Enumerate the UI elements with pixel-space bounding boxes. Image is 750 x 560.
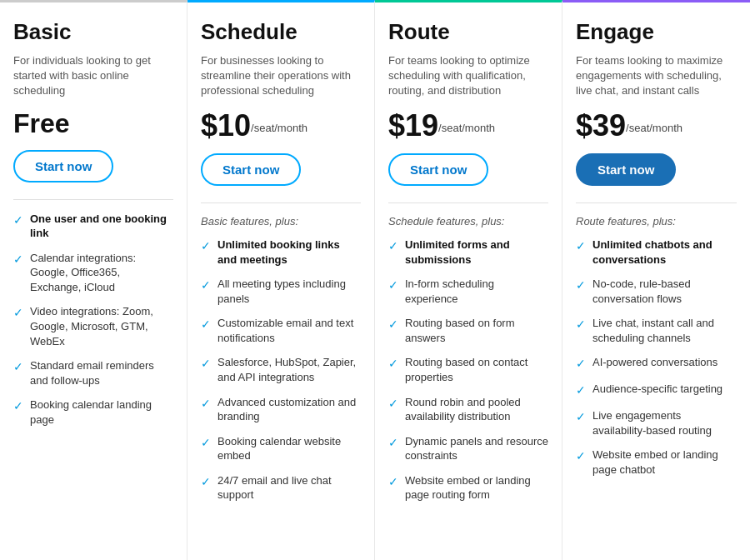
- check-icon: ✓: [388, 435, 398, 451]
- plan-price-schedule: $10/seat/month: [201, 109, 361, 142]
- feature-list-route: ✓Unlimited forms and submissions✓In-form…: [388, 238, 548, 502]
- feature-text: Standard email reminders and follow-ups: [30, 358, 173, 388]
- feature-text: Live chat, instant call and scheduling c…: [592, 316, 737, 345]
- feature-text: Unlimited forms and submissions: [405, 238, 548, 267]
- divider-basic: [13, 199, 173, 200]
- check-icon: ✓: [201, 474, 211, 490]
- feature-item: ✓Salesforce, HubSpot, Zapier, and API in…: [201, 355, 361, 384]
- divider-schedule: [201, 202, 361, 203]
- check-icon: ✓: [576, 278, 586, 293]
- feature-item: ✓Live engagements availability-based rou…: [576, 408, 737, 438]
- feature-text: Routing based on contact properties: [405, 355, 548, 384]
- feature-item: ✓No-code, rule-based conversation flows: [576, 277, 737, 306]
- check-icon: ✓: [388, 356, 398, 372]
- feature-text: In-form scheduling experience: [405, 277, 548, 306]
- features-label-route: Schedule features, plus:: [388, 215, 548, 228]
- feature-item: ✓Booking calendar landing page: [13, 398, 173, 427]
- check-icon: ✓: [388, 474, 398, 490]
- feature-item: ✓Unlimited chatbots and conversations: [576, 238, 737, 267]
- start-now-button-basic[interactable]: Start now: [13, 150, 113, 182]
- feature-text: Unlimited booking links and meetings: [218, 238, 361, 267]
- feature-text: Salesforce, HubSpot, Zapier, and API int…: [218, 355, 361, 384]
- plan-col-engage: EngageFor teams looking to maximize enga…: [562, 0, 750, 560]
- check-icon: ✓: [13, 359, 23, 375]
- feature-item: ✓Live chat, instant call and scheduling …: [576, 316, 737, 345]
- feature-item: ✓Calendar integrations: Google, Office36…: [13, 251, 173, 295]
- feature-text: Audience-specific targeting: [592, 382, 722, 397]
- check-icon: ✓: [576, 356, 586, 372]
- check-icon: ✓: [13, 212, 23, 228]
- feature-text: Dynamic panels and resource constraints: [405, 434, 548, 463]
- plan-price-route: $19/seat/month: [388, 109, 548, 142]
- feature-text: AI-powered conversations: [592, 355, 718, 370]
- plan-price-engage: $39/seat/month: [576, 109, 737, 142]
- check-icon: ✓: [388, 396, 398, 412]
- feature-text: One user and one booking link: [30, 212, 173, 241]
- start-now-button-schedule[interactable]: Start now: [201, 153, 301, 186]
- feature-text: All meeting types including panels: [218, 277, 361, 306]
- check-icon: ✓: [201, 317, 211, 332]
- check-icon: ✓: [576, 238, 586, 254]
- feature-item: ✓Round robin and pooled availability dis…: [388, 395, 548, 424]
- plan-name-schedule: Schedule: [201, 19, 361, 45]
- check-icon: ✓: [13, 305, 23, 321]
- feature-text: Advanced customization and branding: [218, 395, 361, 424]
- feature-item: ✓Booking calendar website embed: [201, 434, 361, 463]
- check-icon: ✓: [201, 435, 211, 451]
- feature-item: ✓Customizable email and text notificatio…: [201, 316, 361, 345]
- check-icon: ✓: [13, 398, 23, 414]
- feature-text: Round robin and pooled availability dist…: [405, 395, 548, 424]
- plan-name-basic: Basic: [13, 19, 173, 45]
- plan-name-engage: Engage: [576, 19, 737, 45]
- feature-list-engage: ✓Unlimited chatbots and conversations✓No…: [576, 238, 737, 477]
- feature-item: ✓Audience-specific targeting: [576, 382, 737, 398]
- plan-desc-engage: For teams looking to maximize engagement…: [576, 53, 737, 99]
- check-icon: ✓: [388, 278, 398, 293]
- check-icon: ✓: [388, 238, 398, 254]
- feature-item: ✓Website embed or landing page routing f…: [388, 473, 548, 502]
- plan-desc-basic: For individuals looking to get started w…: [13, 53, 173, 99]
- feature-item: ✓24/7 email and live chat support: [201, 473, 361, 502]
- check-icon: ✓: [201, 238, 211, 254]
- plan-col-schedule: ScheduleFor businesses looking to stream…: [188, 0, 375, 560]
- feature-text: Customizable email and text notification…: [218, 316, 361, 345]
- plan-desc-route: For teams looking to optimize scheduling…: [388, 53, 548, 99]
- check-icon: ✓: [201, 278, 211, 293]
- feature-item: ✓Unlimited booking links and meetings: [201, 238, 361, 267]
- feature-text: Website embed or landing page routing fo…: [405, 473, 548, 502]
- check-icon: ✓: [576, 382, 586, 398]
- feature-item: ✓Unlimited forms and submissions: [388, 238, 548, 267]
- plan-price-basic: Free: [13, 109, 173, 138]
- divider-route: [388, 202, 548, 203]
- check-icon: ✓: [13, 252, 23, 268]
- feature-text: Unlimited chatbots and conversations: [592, 238, 737, 267]
- feature-text: Routing based on form answers: [405, 316, 548, 345]
- features-label-engage: Route features, plus:: [576, 215, 737, 228]
- check-icon: ✓: [576, 409, 586, 425]
- plan-name-route: Route: [388, 19, 548, 45]
- feature-list-schedule: ✓Unlimited booking links and meetings✓Al…: [201, 238, 361, 502]
- feature-item: ✓Video integrations: Zoom, Google, Micro…: [13, 304, 173, 348]
- feature-text: Live engagements availability-based rout…: [592, 408, 737, 438]
- pricing-grid: BasicFor individuals looking to get star…: [0, 0, 750, 560]
- feature-item: ✓In-form scheduling experience: [388, 277, 548, 306]
- feature-text: Booking calendar website embed: [218, 434, 361, 463]
- feature-item: ✓One user and one booking link: [13, 212, 173, 241]
- check-icon: ✓: [576, 317, 586, 332]
- start-now-button-engage[interactable]: Start now: [576, 153, 676, 186]
- plan-desc-schedule: For businesses looking to streamline the…: [201, 53, 361, 99]
- plan-col-basic: BasicFor individuals looking to get star…: [0, 0, 188, 560]
- feature-item: ✓AI-powered conversations: [576, 355, 737, 372]
- check-icon: ✓: [201, 396, 211, 412]
- feature-item: ✓Dynamic panels and resource constraints: [388, 434, 548, 463]
- check-icon: ✓: [388, 317, 398, 332]
- feature-item: ✓Standard email reminders and follow-ups: [13, 358, 173, 388]
- feature-text: Video integrations: Zoom, Google, Micros…: [30, 304, 173, 348]
- feature-text: Calendar integrations: Google, Office365…: [30, 251, 173, 295]
- start-now-button-route[interactable]: Start now: [388, 153, 488, 186]
- feature-item: ✓Routing based on form answers: [388, 316, 548, 345]
- feature-text: Booking calendar landing page: [30, 398, 173, 427]
- feature-text: No-code, rule-based conversation flows: [592, 277, 737, 306]
- feature-item: ✓Routing based on contact properties: [388, 355, 548, 384]
- feature-text: Website embed or landing page chatbot: [592, 448, 737, 477]
